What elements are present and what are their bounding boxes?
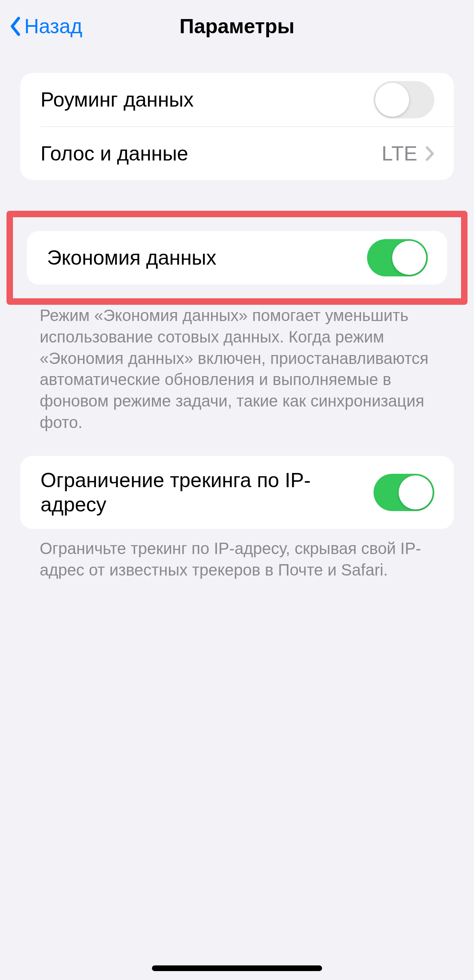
row-value: LTE	[382, 142, 417, 165]
group-low-data-mode: Экономия данных	[27, 231, 447, 285]
toggle-knob	[375, 83, 409, 117]
row-label: Голос и данные	[41, 129, 382, 178]
home-indicator	[152, 965, 322, 971]
back-label: Назад	[24, 15, 82, 38]
back-button[interactable]: Назад	[0, 0, 82, 53]
row-label: Роуминг данных	[41, 75, 374, 124]
chevron-right-icon	[425, 146, 434, 161]
row-label: Ограничение трекинга по IP-адресу	[41, 456, 374, 529]
navigation-bar: Назад Параметры	[0, 0, 474, 53]
row-low-data-mode[interactable]: Экономия данных	[27, 231, 447, 285]
row-limit-ip-tracking[interactable]: Ограничение трекинга по IP-адресу	[20, 456, 454, 529]
toggle-knob	[392, 241, 426, 275]
toggle-limit-ip-tracking[interactable]	[374, 474, 434, 511]
chevron-left-icon	[9, 17, 21, 36]
toggle-knob	[399, 475, 433, 509]
content: Роуминг данных Голос и данные LTE Эконом…	[0, 53, 474, 580]
toggle-data-roaming[interactable]	[374, 81, 434, 118]
row-label: Экономия данных	[47, 233, 367, 282]
toggle-low-data-mode[interactable]	[367, 239, 428, 276]
group-limit-ip-tracking: Ограничение трекинга по IP-адресу	[20, 456, 454, 529]
row-data-roaming[interactable]: Роуминг данных	[20, 73, 454, 126]
footer-low-data-mode: Режим «Экономия данных» помогает уменьши…	[40, 305, 434, 433]
footer-limit-ip-tracking: Ограничьте трекинг по IP-адресу, скрывая…	[40, 538, 434, 581]
row-voice-and-data[interactable]: Голос и данные LTE	[41, 126, 454, 180]
group-roaming-voice: Роуминг данных Голос и данные LTE	[20, 73, 454, 180]
highlight-frame: Экономия данных	[6, 211, 468, 305]
